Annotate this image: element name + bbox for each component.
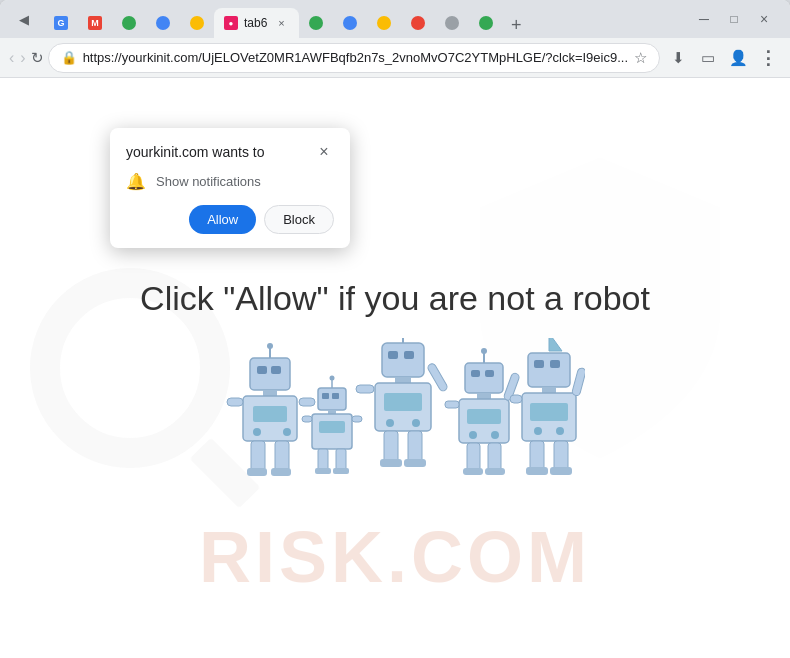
svg-rect-64 <box>550 360 560 368</box>
notification-text: Show notifications <box>156 174 261 189</box>
popup-notification-row: 🔔 Show notifications <box>126 172 334 191</box>
new-tab-button[interactable]: + <box>503 12 529 38</box>
svg-rect-7 <box>253 406 287 422</box>
svg-rect-74 <box>554 441 568 471</box>
svg-rect-18 <box>332 393 339 399</box>
minimize-button[interactable]: ─ <box>690 5 718 33</box>
page-content: Click "Allow" if you are not a robot <box>120 259 670 518</box>
svg-rect-37 <box>384 393 422 411</box>
svg-rect-23 <box>319 421 345 433</box>
robots-svg <box>205 338 585 498</box>
svg-rect-48 <box>485 370 494 377</box>
toolbar: ‹ › ↻ 🔒 https://yourkinit.com/UjELOVetZ0… <box>0 38 790 78</box>
svg-rect-56 <box>445 401 459 408</box>
tab-favicon-5 <box>190 16 204 30</box>
popup-header: yourkinit.com wants to × <box>126 142 334 162</box>
svg-rect-31 <box>388 351 398 359</box>
svg-rect-59 <box>488 443 501 471</box>
svg-point-39 <box>412 419 420 427</box>
svg-rect-66 <box>542 387 556 393</box>
svg-rect-76 <box>550 467 572 475</box>
svg-rect-10 <box>227 398 243 406</box>
browser-tab-active[interactable]: ● tab6 × <box>214 8 299 38</box>
back-button[interactable]: ‹ <box>8 44 15 72</box>
cast-button[interactable]: ▭ <box>694 44 722 72</box>
title-bar: ◀ G M ● tab <box>0 0 790 38</box>
download-button[interactable]: ⬇ <box>664 44 692 72</box>
allow-button[interactable]: Allow <box>189 205 256 234</box>
svg-rect-45 <box>404 459 426 467</box>
svg-rect-53 <box>467 409 501 424</box>
browser-tab-11[interactable] <box>435 8 469 38</box>
browser-tab-2[interactable]: M <box>78 8 112 38</box>
svg-marker-65 <box>549 338 562 351</box>
content-area: RISK.COM yourkinit.com wants to × 🔔 Show… <box>0 78 790 658</box>
svg-point-70 <box>556 427 564 435</box>
popup-close-button[interactable]: × <box>314 142 334 162</box>
svg-rect-71 <box>510 395 522 403</box>
browser-tab-10[interactable] <box>401 8 435 38</box>
browser-tab-7[interactable] <box>299 8 333 38</box>
tab-favicon-2: M <box>88 16 102 30</box>
address-bar[interactable]: 🔒 https://yourkinit.com/UjELOVetZ0MR1AWF… <box>48 43 660 73</box>
svg-rect-47 <box>471 370 480 377</box>
svg-rect-27 <box>336 449 346 471</box>
svg-rect-11 <box>299 398 315 406</box>
browser-tab-8[interactable] <box>333 8 367 38</box>
window-controls: ◀ <box>4 5 44 33</box>
svg-rect-61 <box>485 468 505 475</box>
tab-favicon-3 <box>122 16 136 30</box>
svg-rect-60 <box>463 468 483 475</box>
page-main-text: Click "Allow" if you are not a robot <box>140 279 650 318</box>
tab-favicon-7 <box>309 16 323 30</box>
svg-rect-51 <box>477 393 491 399</box>
svg-rect-46 <box>465 363 503 393</box>
svg-rect-43 <box>408 431 422 463</box>
forward-button[interactable]: › <box>19 44 26 72</box>
tab-close-button[interactable]: × <box>273 15 289 31</box>
svg-rect-63 <box>534 360 544 368</box>
svg-point-55 <box>491 431 499 439</box>
svg-rect-32 <box>404 351 414 359</box>
svg-point-54 <box>469 431 477 439</box>
risk-watermark-text: RISK.COM <box>199 516 591 598</box>
browser-tab-5[interactable] <box>180 8 214 38</box>
svg-rect-1 <box>257 366 267 374</box>
browser-tab-1[interactable]: G <box>44 8 78 38</box>
svg-rect-58 <box>467 443 480 471</box>
svg-rect-16 <box>318 388 346 410</box>
menu-button[interactable]: ⋮ <box>754 44 782 72</box>
reload-button[interactable]: ↻ <box>31 44 44 72</box>
bookmark-icon[interactable]: ☆ <box>634 49 647 67</box>
maximize-button[interactable]: □ <box>720 5 748 33</box>
svg-rect-41 <box>356 385 374 393</box>
browser-tab-9[interactable] <box>367 8 401 38</box>
svg-rect-35 <box>395 377 411 383</box>
svg-rect-25 <box>352 416 362 422</box>
svg-rect-15 <box>271 468 291 476</box>
browser-tab-3[interactable] <box>112 8 146 38</box>
svg-rect-73 <box>530 441 544 471</box>
browser-tab-4[interactable] <box>146 8 180 38</box>
tab-favicon-8 <box>343 16 357 30</box>
svg-point-50 <box>481 348 487 354</box>
svg-rect-5 <box>263 390 277 396</box>
browser-tab-12[interactable] <box>469 8 503 38</box>
robots-illustration <box>205 338 585 498</box>
address-text: https://yourkinit.com/UjELOVetZ0MR1AWFBq… <box>83 50 628 65</box>
block-button[interactable]: Block <box>264 205 334 234</box>
svg-rect-13 <box>275 441 289 471</box>
svg-rect-42 <box>384 431 398 463</box>
svg-point-69 <box>534 427 542 435</box>
profile-button[interactable]: 👤 <box>724 44 752 72</box>
svg-rect-62 <box>528 353 570 387</box>
close-window-button[interactable]: × <box>750 5 778 33</box>
tab-favicon-4 <box>156 16 170 30</box>
svg-rect-72 <box>571 367 585 396</box>
svg-rect-29 <box>333 468 349 474</box>
popup-title: yourkinit.com wants to <box>126 144 265 160</box>
chrome-back-nav[interactable]: ◀ <box>10 5 38 33</box>
svg-rect-75 <box>526 467 548 475</box>
svg-rect-24 <box>302 416 312 422</box>
tab-favicon-10 <box>411 16 425 30</box>
